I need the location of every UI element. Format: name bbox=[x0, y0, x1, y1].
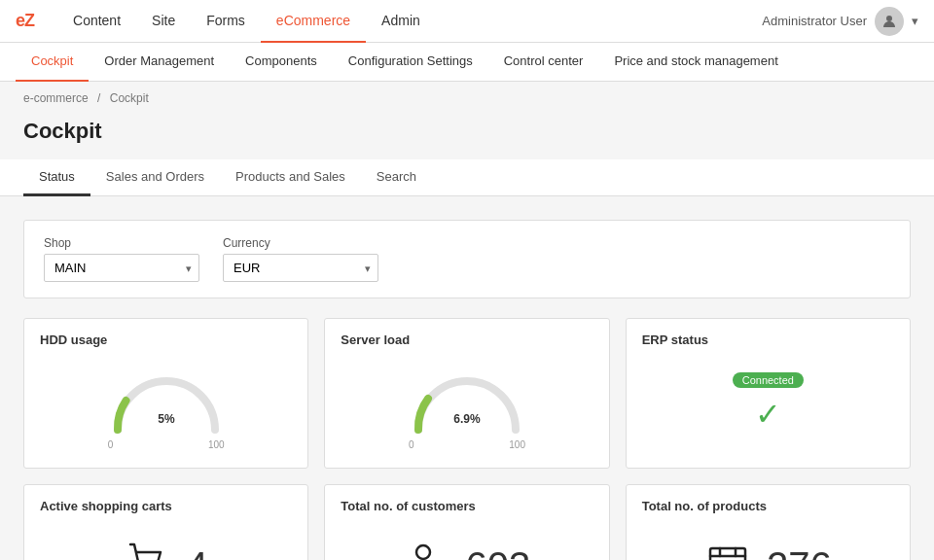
hdd-min: 0 bbox=[108, 439, 114, 450]
server-load-min: 0 bbox=[409, 439, 414, 450]
server-load-max: 100 bbox=[509, 439, 525, 450]
svg-point-5 bbox=[416, 545, 430, 559]
products-card: Total no. of products 276 bbox=[626, 484, 911, 560]
shop-select-wrapper: MAIN bbox=[44, 254, 199, 282]
sub-nav-order-management[interactable]: Order Management bbox=[89, 43, 230, 82]
server-load-gauge-container: 6.9% 0 100 bbox=[341, 357, 593, 454]
nav-item-admin[interactable]: Admin bbox=[366, 0, 436, 43]
server-load-gauge-svg: 6.9% bbox=[409, 367, 525, 435]
top-nav-right: Administrator User ▾ bbox=[762, 7, 918, 36]
carts-title: Active shopping carts bbox=[40, 499, 292, 513]
sub-nav-price-stock[interactable]: Price and stock management bbox=[598, 43, 793, 82]
breadcrumb: e-commerce / Cockpit bbox=[0, 82, 934, 115]
erp-badge: Connected bbox=[733, 372, 804, 388]
nav-item-site[interactable]: Site bbox=[136, 0, 191, 43]
top-nav: eZ Content Site Forms eCommerce Admin Ad… bbox=[0, 0, 934, 43]
carts-stat: 4 bbox=[40, 529, 292, 560]
cart-icon bbox=[125, 539, 171, 560]
customers-title: Total no. of customers bbox=[341, 499, 593, 513]
app-logo: eZ bbox=[16, 11, 34, 31]
server-load-gauge-wrapper: 6.9% 0 100 bbox=[409, 367, 525, 450]
svg-text:5%: 5% bbox=[158, 412, 175, 426]
carts-value: 4 bbox=[187, 544, 208, 560]
products-icon bbox=[704, 539, 751, 560]
svg-point-0 bbox=[886, 16, 892, 21]
tab-sales-orders[interactable]: Sales and Orders bbox=[90, 159, 220, 196]
sub-nav: Cockpit Order Management Components Conf… bbox=[0, 43, 934, 82]
top-nav-items: Content Site Forms eCommerce Admin bbox=[57, 0, 762, 43]
currency-label: Currency bbox=[223, 236, 378, 250]
erp-status-container: Connected ✓ bbox=[642, 357, 894, 448]
server-load-card: Server load 6.9% 0 100 bbox=[324, 318, 609, 469]
filter-row: Shop MAIN Currency EUR bbox=[23, 220, 911, 298]
tab-status[interactable]: Status bbox=[23, 159, 90, 196]
products-value: 276 bbox=[767, 544, 832, 560]
server-load-title: Server load bbox=[341, 332, 593, 347]
shop-select[interactable]: MAIN bbox=[44, 254, 199, 282]
breadcrumb-current: Cockpit bbox=[110, 91, 149, 105]
sub-nav-configuration[interactable]: Configuration Settings bbox=[333, 43, 488, 82]
nav-item-forms[interactable]: Forms bbox=[191, 0, 261, 43]
main-content: Shop MAIN Currency EUR HDD usage bbox=[0, 196, 934, 560]
erp-card: ERP status Connected ✓ bbox=[626, 318, 911, 469]
shop-label: Shop bbox=[44, 236, 199, 250]
erp-title: ERP status bbox=[642, 332, 894, 347]
tabs: Status Sales and Orders Products and Sal… bbox=[0, 159, 934, 196]
cards-row-2: Active shopping carts 4 Total no. of cus… bbox=[23, 484, 911, 560]
svg-rect-8 bbox=[710, 548, 745, 560]
sub-nav-control-center[interactable]: Control center bbox=[488, 43, 599, 82]
svg-text:6.9%: 6.9% bbox=[453, 412, 481, 426]
customers-stat: $ 603 bbox=[341, 529, 593, 560]
products-stat: 276 bbox=[642, 529, 894, 560]
hdd-max: 100 bbox=[208, 439, 225, 450]
hdd-gauge-labels: 0 100 bbox=[108, 439, 225, 450]
breadcrumb-separator: / bbox=[97, 91, 100, 105]
currency-select[interactable]: EUR bbox=[223, 254, 378, 282]
currency-filter-group: Currency EUR bbox=[223, 236, 378, 282]
shop-filter-group: Shop MAIN bbox=[44, 236, 199, 282]
products-title: Total no. of products bbox=[642, 499, 894, 513]
hdd-gauge-wrapper: 5% 0 100 bbox=[108, 367, 225, 450]
sub-nav-cockpit[interactable]: Cockpit bbox=[16, 43, 89, 82]
hdd-title: HDD usage bbox=[40, 332, 292, 347]
sub-nav-components[interactable]: Components bbox=[230, 43, 333, 82]
customers-value: 603 bbox=[466, 544, 531, 560]
hdd-gauge-container: 5% 0 100 bbox=[40, 357, 292, 454]
carts-card: Active shopping carts 4 bbox=[23, 484, 308, 560]
hdd-card: HDD usage 5% 0 100 bbox=[23, 318, 308, 469]
currency-select-wrapper: EUR bbox=[223, 254, 378, 282]
nav-item-ecommerce[interactable]: eCommerce bbox=[261, 0, 366, 43]
user-label: Administrator User bbox=[762, 14, 867, 28]
checkmark-icon: ✓ bbox=[755, 396, 781, 433]
cards-row-1: HDD usage 5% 0 100 bbox=[23, 318, 911, 469]
hdd-gauge-svg: 5% bbox=[108, 367, 225, 435]
nav-item-content[interactable]: Content bbox=[57, 0, 136, 43]
breadcrumb-parent[interactable]: e-commerce bbox=[23, 91, 89, 105]
page-title: Cockpit bbox=[0, 115, 934, 159]
user-dropdown-icon[interactable]: ▾ bbox=[912, 14, 918, 28]
tab-search[interactable]: Search bbox=[361, 159, 432, 196]
avatar bbox=[875, 7, 904, 36]
server-load-gauge-labels: 0 100 bbox=[409, 439, 525, 450]
customers-icon: $ bbox=[404, 539, 450, 560]
customers-card: Total no. of customers $ 603 bbox=[324, 484, 609, 560]
tab-products-sales[interactable]: Products and Sales bbox=[220, 159, 361, 196]
